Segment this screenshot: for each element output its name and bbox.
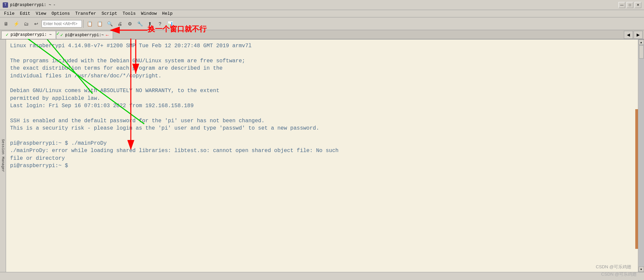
menu-tools[interactable]: Tools bbox=[120, 10, 139, 17]
session-panel-indicator bbox=[635, 109, 638, 249]
window-subtitle: - bbox=[53, 3, 55, 7]
tab-label-1: pi@raspberrypi: ~ bbox=[10, 32, 51, 37]
status-bar bbox=[0, 272, 644, 280]
scroll-down-button[interactable]: ▼ bbox=[639, 267, 644, 272]
terminal-area[interactable]: Linux raspberrypi 4.14.98-v7+ #1200 SMP … bbox=[6, 40, 638, 272]
terminal-output: Linux raspberrypi 4.14.98-v7+ #1200 SMP … bbox=[10, 42, 634, 170]
menu-transfer[interactable]: Transfer bbox=[72, 10, 99, 17]
menu-help[interactable]: Help bbox=[159, 10, 175, 17]
toolbar-settings[interactable]: ⚙ bbox=[125, 19, 135, 28]
toolbar-reconnect[interactable]: ↩ bbox=[32, 19, 41, 28]
toolbar-upload[interactable]: ⬆ bbox=[145, 19, 155, 28]
toolbar: 🖥 ⚡ 🗂 ↩ 📋 📋 🔍 🖨 ⚙ 🔧 ⬆ ? 📊 bbox=[0, 17, 644, 30]
csdn-watermark: CSDN @可乐鸡翅 bbox=[596, 264, 631, 270]
session-manager-sidebar[interactable]: Session Manager bbox=[0, 40, 6, 272]
toolbar-copy[interactable]: 📋 bbox=[85, 19, 94, 28]
toolbar-print[interactable]: 🖨 bbox=[115, 19, 124, 28]
menu-edit[interactable]: Edit bbox=[17, 10, 33, 17]
menu-bar: File Edit View Options Transfer Script T… bbox=[0, 10, 644, 17]
toolbar-monitor[interactable]: 📊 bbox=[165, 19, 175, 28]
tab-session-2[interactable]: ✓ pi@raspberrypi:~ ← bbox=[56, 31, 113, 39]
toolbar-lightning[interactable]: ⚡ bbox=[11, 19, 21, 28]
tab-bar: ✓ pi@raspberrypi: ~ ✓ pi@raspberrypi:~ ←… bbox=[0, 30, 644, 40]
tab-check-icon-2: ✓ bbox=[60, 32, 63, 38]
tab-arrow-icon: ← bbox=[106, 32, 109, 38]
tab-session-1[interactable]: ✓ pi@raspberrypi: ~ bbox=[1, 31, 56, 39]
menu-options[interactable]: Options bbox=[49, 10, 73, 17]
toolbar-new-session[interactable]: 🖥 bbox=[1, 19, 11, 28]
right-scrollbar[interactable]: ▲ ▼ bbox=[638, 40, 644, 272]
session-manager-label: Session Manager bbox=[1, 139, 5, 172]
scrollbar-track[interactable] bbox=[639, 45, 644, 267]
close-button[interactable]: ✕ bbox=[635, 2, 641, 8]
host-input[interactable] bbox=[42, 20, 82, 27]
tab-nav-controls: ◀ ▶ bbox=[624, 31, 643, 39]
window-controls[interactable]: — □ ✕ bbox=[619, 2, 641, 8]
menu-window[interactable]: Window bbox=[139, 10, 160, 17]
app-icon: T bbox=[3, 2, 8, 8]
tab-label-2: pi@raspberrypi:~ bbox=[65, 33, 104, 38]
menu-script[interactable]: Script bbox=[99, 10, 120, 17]
minimize-button[interactable]: — bbox=[619, 2, 625, 8]
maximize-button[interactable]: □ bbox=[627, 2, 633, 8]
menu-file[interactable]: File bbox=[1, 10, 17, 17]
tab-scroll-right[interactable]: ▶ bbox=[634, 31, 643, 39]
scrollbar-thumb[interactable] bbox=[639, 45, 644, 59]
toolbar-tools[interactable]: 🔧 bbox=[135, 19, 145, 28]
toolbar-find[interactable]: 🔍 bbox=[105, 19, 114, 28]
window-title: pi@raspberrypi: ~ bbox=[10, 3, 51, 7]
tab-check-icon-1: ✓ bbox=[6, 32, 8, 38]
toolbar-help[interactable]: ? bbox=[155, 19, 165, 28]
menu-view[interactable]: View bbox=[33, 10, 49, 17]
title-bar: T pi@raspberrypi: ~ - — □ ✕ bbox=[0, 0, 644, 10]
toolbar-clone[interactable]: 🗂 bbox=[21, 19, 31, 28]
tab-scroll-left[interactable]: ◀ bbox=[624, 31, 633, 39]
scroll-up-button[interactable]: ▲ bbox=[639, 40, 644, 45]
separator-1 bbox=[83, 20, 84, 28]
toolbar-paste[interactable]: 📋 bbox=[95, 19, 104, 28]
